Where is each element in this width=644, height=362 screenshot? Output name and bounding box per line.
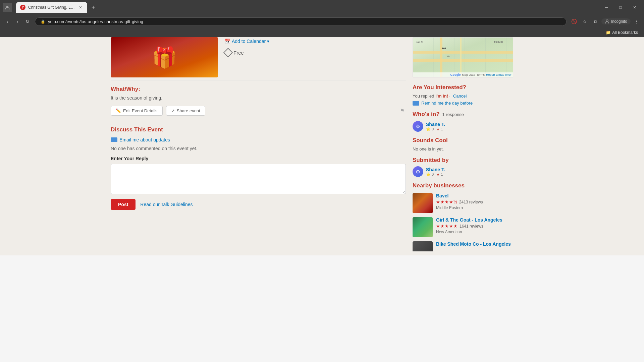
no-one-in-text: No one is in yet. (413, 146, 513, 152)
remind-label: Remind me the day before (421, 101, 473, 106)
reply-label: Enter Your Reply (111, 156, 406, 161)
response-count: 1 response (442, 112, 464, 117)
bookmark-button[interactable]: ☆ (580, 17, 589, 26)
sounds-cool-section: Sounds Cool No one is in yet. (413, 137, 513, 152)
email-updates-label: Email me about updates (119, 137, 170, 142)
close-button[interactable]: ✕ (628, 3, 641, 12)
interested-heading: Are You Interested? (413, 84, 513, 91)
remind-link[interactable]: Remind me the day before (413, 101, 513, 106)
map-road-v1 (440, 38, 442, 77)
map-footer: Google Map Data Terms Report a map error (413, 72, 513, 77)
submitted-review-count: 1 (441, 172, 443, 176)
whos-in-section: Who's in? 1 response ⚙ Shane T. ⭐ 0 (413, 111, 513, 132)
no-comments-text: No one has commented on this event yet. (111, 146, 406, 151)
share-event-button[interactable]: ↗ Share event (166, 106, 205, 116)
map-background (413, 38, 513, 77)
hero-section: 🎁 📅 Add to Calendar ▾ Free (111, 37, 406, 77)
submitted-user-name[interactable]: Shane T. (426, 167, 445, 172)
user-avatar: ⚙ (413, 121, 423, 132)
dropdown-arrow: ▾ (267, 39, 269, 44)
sounds-cool-heading: Sounds Cool (413, 137, 513, 144)
star5: ★ (453, 224, 458, 229)
map-road-h1 (413, 51, 513, 54)
business-name-bavel[interactable]: Bavel (436, 193, 513, 198)
flag-button[interactable]: ⚑ (398, 106, 406, 115)
url-text: yelp.com/events/los-angeles-christmas-gi… (48, 19, 143, 24)
submitted-user-avatar: ⚙ (413, 166, 423, 177)
post-button[interactable]: Post (111, 199, 136, 210)
maximize-button[interactable]: □ (614, 3, 627, 12)
nearby-section: Nearby businesses Bavel ★ ★ ★ ★ ½ (413, 182, 513, 251)
business-name-girl-goat[interactable]: Girl & The Goat - Los Angeles (436, 217, 513, 223)
browser-titlebar: Y Christmas Gift Giving, Los Ang... ✕ + … (0, 0, 644, 15)
content-area: 🎁 📅 Add to Calendar ▾ Free (104, 37, 540, 255)
business-card-girl-goat: Girl & The Goat - Los Angeles ★ ★ ★ ★ ★ … (413, 217, 513, 237)
user-stats: ⭐ 0 ★ 1 (426, 127, 445, 131)
lock-icon: 🔒 (41, 19, 45, 24)
forward-button[interactable]: › (13, 17, 22, 26)
business-photo-bike-shed (413, 241, 433, 251)
new-tab-button[interactable]: + (89, 3, 98, 12)
whos-in-user-name[interactable]: Shane T. (426, 122, 445, 127)
gift-decoration: 🎁 (152, 46, 177, 69)
map-road-h2 (413, 59, 513, 62)
tab-title: Christmas Gift Giving, Los Ang... (28, 5, 75, 10)
map-label-10: 10 (446, 55, 449, 58)
review-count: 1 (441, 127, 443, 131)
profile-button[interactable] (3, 3, 12, 12)
user-info: Shane T. ⭐ 0 ★ 1 (426, 122, 445, 131)
talk-guidelines-link[interactable]: Read our Talk Guidelines (140, 202, 193, 207)
add-to-calendar-button[interactable]: 📅 Add to Calendar ▾ (225, 37, 269, 45)
free-badge: Free (225, 49, 399, 56)
submitted-user-info: Shane T. ⭐ 0 ★ 1 (426, 167, 445, 177)
eye-off-icon[interactable]: 🚫 (569, 17, 579, 26)
im-in-link[interactable]: I'm in! (435, 94, 448, 99)
reply-textarea[interactable] (111, 164, 406, 194)
tab-close-button[interactable]: ✕ (78, 5, 83, 10)
discuss-section: Discuss This Event Email me about update… (111, 121, 406, 215)
report-map-error-link[interactable]: Report a map error (486, 73, 512, 76)
url-bar[interactable]: 🔒 yelp.com/events/los-angeles-christmas-… (35, 17, 567, 26)
business-info-bavel: Bavel ★ ★ ★ ★ ½ 2413 reviews Middle Ea (436, 193, 513, 213)
map-data-label: Map Data (462, 73, 475, 76)
replied-text: You replied I'm in! · Cancel (413, 94, 513, 99)
page-wrapper: 🎁 📅 Add to Calendar ▾ Free (0, 37, 644, 255)
address-bar: ‹ › ↻ 🔒 yelp.com/events/los-angeles-chri… (0, 15, 644, 28)
share-button-label: Share event (177, 108, 200, 113)
email-updates-link[interactable]: Email me about updates (111, 137, 406, 142)
event-image-bg: 🎁 (111, 37, 218, 77)
category-girl-goat: New American (436, 230, 513, 234)
menu-button[interactable]: ⋮ (632, 17, 641, 26)
submitted-heading: Submitted by (413, 157, 513, 164)
discuss-heading: Discuss This Event (111, 126, 406, 133)
submitted-review-stat: ★ 1 (436, 172, 443, 177)
event-description: It is the season of giving. (111, 95, 406, 101)
map-container: 101 10 sse St E 6th St Google Map Data T… (413, 37, 513, 77)
star4: ★ (449, 224, 453, 229)
cancel-link[interactable]: Cancel (453, 94, 467, 99)
business-info-girl-goat: Girl & The Goat - Los Angeles ★ ★ ★ ★ ★ … (436, 217, 513, 237)
business-card-bavel: Bavel ★ ★ ★ ★ ½ 2413 reviews Middle Ea (413, 193, 513, 213)
interested-section: Are You Interested? You replied I'm in! … (413, 84, 513, 106)
back-button[interactable]: ‹ (3, 17, 12, 26)
free-label: Free (233, 50, 244, 56)
calendar-icon: 📅 (225, 39, 230, 44)
active-tab[interactable]: Y Christmas Gift Giving, Los Ang... ✕ (16, 2, 87, 13)
tab-favicon: Y (20, 5, 25, 10)
stars-girl-goat: ★ ★ ★ ★ ★ (436, 224, 458, 229)
business-name-bike-shed[interactable]: Bike Shed Moto Co - Los Angeles (436, 241, 513, 247)
star-count: 0 (432, 127, 434, 131)
map-label-st: sse St (416, 41, 423, 43)
browser-chrome: Y Christmas Gift Giving, Los Ang... ✕ + … (0, 0, 644, 37)
submitted-star-icon: ⭐ (426, 172, 431, 177)
star2: ★ (440, 224, 444, 229)
bookmarks-folder[interactable]: 📁 All Bookmarks (604, 29, 640, 36)
business-info-bike-shed: Bike Shed Moto Co - Los Angeles (436, 241, 513, 251)
google-logo: Google (450, 73, 461, 76)
add-calendar-label: Add to Calendar (232, 39, 266, 44)
minimize-button[interactable]: ─ (600, 3, 613, 12)
star-icon: ⭐ (426, 127, 431, 131)
split-view-button[interactable]: ⧉ (591, 17, 600, 26)
edit-event-button[interactable]: ✏️ Edit Event Details (111, 106, 163, 116)
refresh-button[interactable]: ↻ (23, 17, 32, 26)
